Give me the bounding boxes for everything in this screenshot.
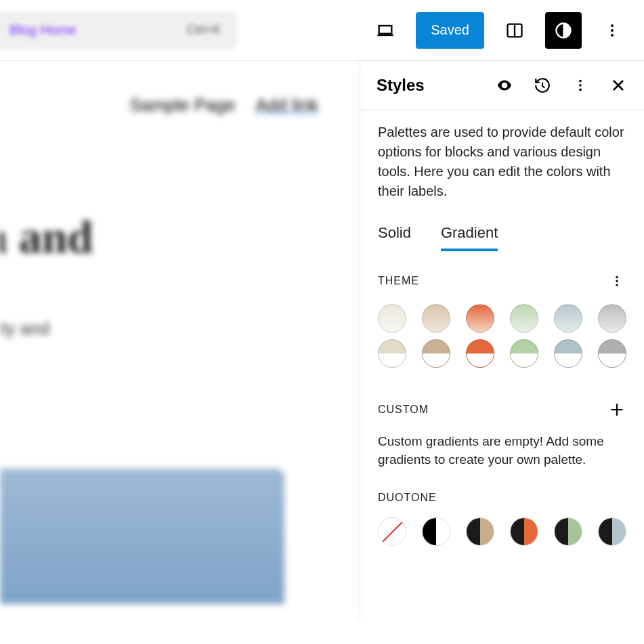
toolbar-more-button[interactable] <box>594 12 630 49</box>
add-custom-gradient-button[interactable] <box>607 400 626 419</box>
main-area: Sample Page Add link ion and creativity … <box>0 61 644 620</box>
device-view-button[interactable] <box>367 12 404 49</box>
svg-point-5 <box>611 34 614 37</box>
svg-point-6 <box>579 80 582 83</box>
topbar-left: Blog Home Ctrl+K <box>0 12 237 49</box>
dots-vertical-icon <box>604 22 620 39</box>
theme-gradient-row-2 <box>378 339 626 368</box>
dots-vertical-icon <box>573 78 588 93</box>
duotone-swatch-row <box>378 517 626 546</box>
panel-title: Styles <box>377 76 425 95</box>
revisions-button[interactable] <box>533 76 552 95</box>
panel-more-button[interactable] <box>571 76 590 95</box>
stylebook-button[interactable] <box>495 76 514 95</box>
duotone-swatch[interactable] <box>554 517 582 546</box>
theme-gradient-swatch[interactable] <box>598 304 626 332</box>
panel-body: Palettes are used to provide default col… <box>360 110 644 573</box>
svg-point-10 <box>616 280 618 282</box>
svg-point-9 <box>616 276 618 278</box>
styles-toggle-button[interactable] <box>545 12 582 49</box>
theme-gradient-swatch[interactable] <box>510 304 538 332</box>
duotone-swatch[interactable] <box>510 517 538 546</box>
nav-link-sample[interactable]: Sample Page <box>129 95 235 116</box>
svg-point-3 <box>611 24 614 27</box>
duotone-section-header: DUOTONE <box>378 492 626 504</box>
canvas-image-block[interactable] <box>0 469 284 604</box>
topbar-right: Saved <box>367 12 630 49</box>
search-shortcut: Ctrl+K <box>186 23 221 37</box>
theme-gradient-swatch[interactable] <box>510 339 538 368</box>
duotone-section-label: DUOTONE <box>378 492 437 504</box>
theme-gradient-swatch[interactable] <box>422 339 450 368</box>
duotone-swatch[interactable] <box>378 517 406 546</box>
nav-link-add[interactable]: Add link <box>256 95 319 116</box>
panel-header: Styles <box>360 61 644 110</box>
command-search[interactable]: Blog Home Ctrl+K <box>0 12 237 49</box>
canvas-heading[interactable]: ion and <box>0 211 359 264</box>
duotone-swatch[interactable] <box>422 517 450 546</box>
plus-icon <box>608 401 626 418</box>
eye-icon <box>496 77 513 94</box>
theme-section-header: THEME <box>378 272 626 291</box>
palette-description: Palettes are used to provide default col… <box>378 123 626 201</box>
duotone-swatch[interactable] <box>466 517 494 546</box>
panel-header-actions <box>495 76 628 95</box>
custom-section-label: CUSTOM <box>378 404 429 416</box>
history-icon <box>534 77 551 94</box>
custom-empty-text: Custom gradients are empty! Add some gra… <box>378 433 626 469</box>
theme-gradient-swatch[interactable] <box>378 339 406 368</box>
svg-point-8 <box>579 89 582 91</box>
canvas-paragraph[interactable]: creativity and lence. <box>0 318 359 360</box>
top-toolbar: Blog Home Ctrl+K Saved <box>0 0 644 61</box>
editor-canvas[interactable]: Sample Page Add link ion and creativity … <box>0 61 360 620</box>
contrast-icon <box>554 21 573 40</box>
theme-gradient-swatch[interactable] <box>466 339 494 368</box>
laptop-icon <box>376 21 395 40</box>
canvas-nav: Sample Page Add link <box>0 61 359 116</box>
custom-section-header: CUSTOM <box>378 400 626 419</box>
duotone-swatch[interactable] <box>598 517 626 546</box>
palette-tabs: Solid Gradient <box>378 224 626 251</box>
panel-icon <box>505 21 524 40</box>
saved-label: Saved <box>431 22 469 38</box>
styles-sidebar: Styles Palettes are used to provide defa… <box>360 61 644 620</box>
svg-point-4 <box>611 29 614 32</box>
theme-options-button[interactable] <box>607 272 626 291</box>
dots-vertical-icon <box>610 274 624 288</box>
tab-solid[interactable]: Solid <box>378 224 411 251</box>
close-icon <box>610 77 626 93</box>
theme-gradient-swatch[interactable] <box>598 339 626 368</box>
close-panel-button[interactable] <box>609 76 628 95</box>
svg-point-7 <box>579 84 582 87</box>
theme-gradient-swatch[interactable] <box>378 304 406 332</box>
svg-rect-0 <box>379 26 392 34</box>
theme-gradient-swatch[interactable] <box>466 304 494 332</box>
theme-gradient-swatch[interactable] <box>554 304 582 332</box>
save-status-button[interactable]: Saved <box>416 12 484 49</box>
theme-gradient-row-1 <box>378 304 626 332</box>
theme-section-label: THEME <box>378 275 419 287</box>
svg-point-11 <box>616 284 618 286</box>
search-label: Blog Home <box>9 22 77 38</box>
theme-gradient-swatch[interactable] <box>422 304 450 332</box>
tab-gradient[interactable]: Gradient <box>441 224 498 251</box>
theme-gradient-swatch[interactable] <box>554 339 582 368</box>
sidebar-toggle-button[interactable] <box>496 12 533 49</box>
